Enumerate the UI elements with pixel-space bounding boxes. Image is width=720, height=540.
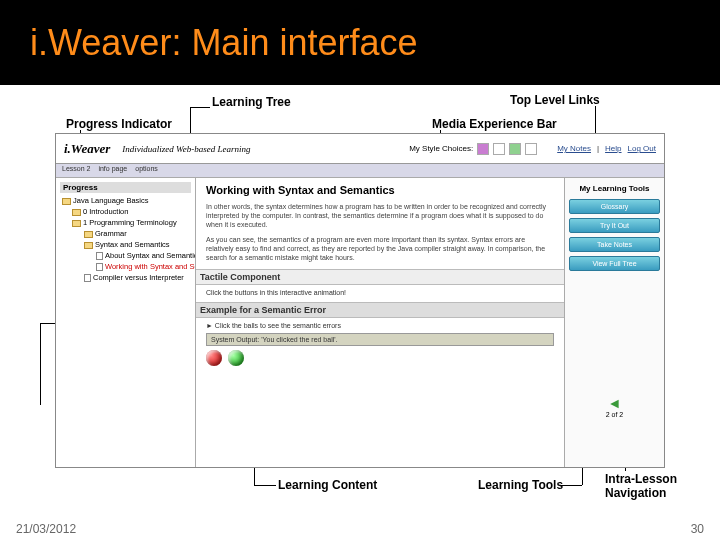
slide-title: i.Weaver: Main interface	[30, 22, 418, 64]
callout-intranav: Intra-Lesson Navigation	[605, 472, 685, 500]
folder-icon	[84, 231, 93, 238]
breadcrumb-2[interactable]: info page	[98, 165, 127, 176]
app-logo: i.Weaver	[64, 141, 110, 157]
learning-content: Working with Syntax and Semantics In oth…	[196, 178, 564, 467]
learning-tools-panel: My Learning Tools Glossary Try It Out Ta…	[564, 178, 664, 467]
callout-toplinks: Top Level Links	[510, 93, 600, 107]
tools-header: My Learning Tools	[569, 184, 660, 193]
style-box-3[interactable]	[509, 143, 521, 155]
page-icon	[96, 252, 103, 260]
green-ball[interactable]	[228, 350, 244, 366]
viewfulltree-button[interactable]: View Full Tree	[569, 256, 660, 271]
tactile-instr: Click the buttons in this interactive an…	[206, 289, 554, 296]
link-logout[interactable]: Log Out	[628, 144, 656, 153]
page-icon	[84, 274, 91, 282]
tree-compint[interactable]: Compiler versus Interpreter	[60, 272, 191, 283]
content-p2: As you can see, the semantics of a progr…	[206, 235, 554, 262]
glossary-button[interactable]: Glossary	[569, 199, 660, 214]
tree-intro[interactable]: 0 Introduction	[60, 206, 191, 217]
balls-row	[206, 350, 554, 366]
breadcrumb-1[interactable]: Lesson 2	[62, 165, 90, 176]
page-counter: 2 of 2	[569, 411, 660, 418]
tryitout-button[interactable]: Try It Out	[569, 218, 660, 233]
callout-progress: Progress Indicator	[66, 117, 172, 131]
prev-arrow-icon[interactable]: ◄	[569, 395, 660, 411]
app-tagline: Individualized Web-based Learning	[122, 144, 250, 154]
folder-icon	[72, 209, 81, 216]
callout-tools: Learning Tools	[478, 478, 563, 492]
tree-root[interactable]: Java Language Basics	[60, 195, 191, 206]
folder-icon	[72, 220, 81, 227]
tree-grammar[interactable]: Grammar	[60, 228, 191, 239]
content-p1: In other words, the syntax determines ho…	[206, 202, 554, 229]
folder-icon	[62, 198, 71, 205]
app-screenshot: i.Weaver Individualized Web-based Learni…	[55, 133, 665, 468]
folder-icon	[84, 242, 93, 249]
callout-media: Media Experience Bar	[432, 117, 557, 131]
tree-synsem[interactable]: Syntax and Semantics	[60, 239, 191, 250]
app-topbar: i.Weaver Individualized Web-based Learni…	[56, 134, 664, 164]
slide-number: 30	[691, 522, 704, 536]
red-ball[interactable]	[206, 350, 222, 366]
system-output: System Output: 'You clicked the red ball…	[206, 333, 554, 346]
example-instr: ► Click the balls to see the semantic er…	[206, 322, 554, 329]
slide-date: 21/03/2012	[16, 522, 76, 536]
link-mynotes[interactable]: My Notes	[557, 144, 591, 153]
diagram-area: Progress Indicator Learning Tree Top Lev…	[0, 85, 720, 505]
callout-content: Learning Content	[278, 478, 377, 492]
content-title: Working with Syntax and Semantics	[206, 184, 554, 196]
tree-about[interactable]: About Syntax and Semantics	[60, 250, 191, 261]
breadcrumb-bar: Lesson 2 info page options	[56, 164, 664, 178]
top-links: My Notes | Help Log Out	[557, 144, 656, 153]
slide-header: i.Weaver: Main interface	[0, 0, 720, 85]
tree-header: Progress	[60, 182, 191, 193]
tree-current[interactable]: Working with Syntax and Semantics	[60, 261, 191, 272]
style-box-1[interactable]	[477, 143, 489, 155]
example-header: Example for a Semantic Error	[196, 302, 564, 318]
style-choices-label: My Style Choices:	[409, 144, 473, 153]
learning-tree: Progress Java Language Basics 0 Introduc…	[56, 178, 196, 467]
style-box-4[interactable]	[525, 143, 537, 155]
style-box-2[interactable]	[493, 143, 505, 155]
link-help[interactable]: Help	[605, 144, 621, 153]
tactile-header: Tactile Component	[196, 269, 564, 285]
tree-term[interactable]: 1 Programming Terminology	[60, 217, 191, 228]
callout-tree: Learning Tree	[212, 95, 291, 109]
slide-footer: 21/03/2012 30	[0, 522, 720, 536]
style-choices: My Style Choices:	[409, 143, 537, 155]
page-icon	[96, 263, 103, 271]
takenotes-button[interactable]: Take Notes	[569, 237, 660, 252]
breadcrumb-3[interactable]: options	[135, 165, 158, 176]
